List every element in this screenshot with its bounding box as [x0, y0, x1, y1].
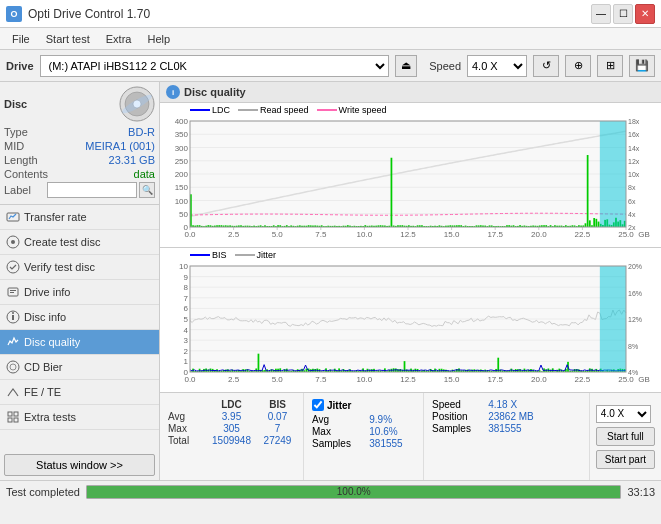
svg-rect-19: [14, 418, 18, 422]
disc-icon: [119, 86, 155, 122]
sidebar-item-create-test-disc[interactable]: Create test disc: [0, 230, 159, 255]
drive-select[interactable]: (M:) ATAPI iHBS112 2 CL0K: [40, 55, 390, 77]
drive-bar: Drive (M:) ATAPI iHBS112 2 CL0K ⏏ Speed …: [0, 50, 661, 82]
main-area: Disc Type BD-R MID MEIRA1 (001) Length 2…: [0, 82, 661, 480]
sidebar-item-transfer-rate[interactable]: Transfer rate: [0, 205, 159, 230]
legend-write-speed: Write speed: [339, 105, 387, 115]
speed-select[interactable]: 4.0 X: [467, 55, 527, 77]
eject-button[interactable]: ⏏: [395, 55, 417, 77]
sidebar-item-verify-test-disc-label: Verify test disc: [24, 261, 95, 273]
total-label: Total: [168, 435, 203, 446]
progress-container: 100.0%: [86, 485, 621, 499]
ldc-bis-stats: LDC BIS Avg 3.95 0.07 Max 305 7 Total 15…: [160, 393, 303, 480]
app-icon: O: [6, 6, 22, 22]
type-value: BD-R: [128, 126, 155, 138]
jitter-checkbox[interactable]: [312, 399, 324, 411]
sidebar-item-verify-test-disc[interactable]: Verify test disc: [0, 255, 159, 280]
drive-info-icon: [6, 285, 20, 299]
disc-panel: Disc Type BD-R MID MEIRA1 (001) Length 2…: [0, 82, 159, 205]
speed-refresh-button[interactable]: ↺: [533, 55, 559, 77]
svg-point-15: [10, 364, 16, 370]
col-bis-header: BIS: [260, 399, 295, 410]
label-input[interactable]: [47, 182, 137, 198]
start-part-button[interactable]: Start part: [596, 450, 655, 469]
content-area: i Disc quality LDC Read speed Write spee…: [160, 82, 661, 480]
ldc-chart: LDC Read speed Write speed: [160, 103, 661, 248]
sidebar-item-extra-tests-label: Extra tests: [24, 411, 76, 423]
speed-btn3[interactable]: ⊞: [597, 55, 623, 77]
jitter-label: Jitter: [327, 400, 351, 411]
cd-bier-icon: [6, 360, 20, 374]
sidebar-item-extra-tests[interactable]: Extra tests: [0, 405, 159, 430]
sidebar-item-drive-info-label: Drive info: [24, 286, 70, 298]
start-speed-select[interactable]: 4.0 X: [596, 405, 651, 423]
title-bar: O Opti Drive Control 1.70 — ☐ ✕: [0, 0, 661, 28]
menu-extra[interactable]: Extra: [98, 31, 140, 47]
sidebar-item-disc-quality[interactable]: Disc quality: [0, 330, 159, 355]
create-test-disc-icon: [6, 235, 20, 249]
menu-file[interactable]: File: [4, 31, 38, 47]
maximize-button[interactable]: ☐: [613, 4, 633, 24]
legend-ldc: LDC: [212, 105, 230, 115]
app-title: Opti Drive Control 1.70: [28, 7, 150, 21]
sidebar-item-fe-te-label: FE / TE: [24, 386, 61, 398]
legend-read-speed: Read speed: [260, 105, 309, 115]
svg-point-14: [7, 361, 19, 373]
contents-value: data: [134, 168, 155, 180]
col-ldc-header: LDC: [209, 399, 254, 410]
jitter-samples-value: 381555: [369, 438, 415, 449]
stats-panel: LDC BIS Avg 3.95 0.07 Max 305 7 Total 15…: [160, 392, 661, 480]
svg-rect-9: [10, 290, 16, 291]
svg-rect-18: [8, 418, 12, 422]
avg-ldc: 3.95: [209, 411, 254, 422]
progress-percent: 100.0%: [86, 486, 621, 497]
jitter-avg-value: 9.9%: [369, 414, 415, 425]
sidebar-item-disc-quality-label: Disc quality: [24, 336, 80, 348]
total-ldc: 1509948: [209, 435, 254, 446]
sidebar-item-fe-te[interactable]: FE / TE: [0, 380, 159, 405]
sidebar-item-transfer-rate-label: Transfer rate: [24, 211, 87, 223]
transfer-rate-icon: [6, 210, 20, 224]
length-field: Length: [4, 154, 38, 166]
quality-header: i Disc quality: [160, 82, 661, 103]
disc-panel-title: Disc: [4, 98, 27, 110]
menu-help[interactable]: Help: [139, 31, 178, 47]
speed-btn4[interactable]: 💾: [629, 55, 655, 77]
close-button[interactable]: ✕: [635, 4, 655, 24]
svg-point-12: [12, 312, 14, 314]
sidebar-item-cd-bier[interactable]: CD Bier: [0, 355, 159, 380]
max-label: Max: [168, 423, 203, 434]
sidebar-item-disc-info[interactable]: Disc info: [0, 305, 159, 330]
quality-title: Disc quality: [184, 86, 246, 98]
svg-point-6: [11, 240, 15, 244]
label-search-button[interactable]: 🔍: [139, 182, 155, 198]
disc-info-icon: [6, 310, 20, 324]
position-value: 23862 MB: [488, 411, 545, 422]
label-field: Label: [4, 184, 31, 196]
svg-rect-13: [12, 315, 14, 320]
avg-label: Avg: [168, 411, 203, 422]
drive-label: Drive: [6, 60, 34, 72]
speed-btn2[interactable]: ⊕: [565, 55, 591, 77]
status-window-button[interactable]: Status window >>: [4, 454, 155, 476]
sidebar-menu: Transfer rate Create test disc Verify te…: [0, 205, 159, 450]
minimize-button[interactable]: —: [591, 4, 611, 24]
quality-icon: i: [166, 85, 180, 99]
sidebar-item-create-test-disc-label: Create test disc: [24, 236, 100, 248]
samples-value: 381555: [488, 423, 545, 434]
length-value: 23.31 GB: [109, 154, 155, 166]
status-text: Test completed: [6, 486, 80, 498]
window-controls: — ☐ ✕: [591, 4, 655, 24]
jitter-samples-label: Samples: [312, 438, 363, 449]
sidebar-item-drive-info[interactable]: Drive info: [0, 280, 159, 305]
mid-field: MID: [4, 140, 24, 152]
svg-rect-16: [8, 412, 12, 416]
start-full-button[interactable]: Start full: [596, 427, 655, 446]
chart2-legend: BIS Jitter: [190, 250, 276, 260]
jitter-max-value: 10.6%: [369, 426, 415, 437]
verify-test-disc-icon: [6, 260, 20, 274]
disc-quality-icon: [6, 335, 20, 349]
type-field: Type: [4, 126, 28, 138]
menu-starttest[interactable]: Start test: [38, 31, 98, 47]
position-label: Position: [432, 411, 482, 422]
